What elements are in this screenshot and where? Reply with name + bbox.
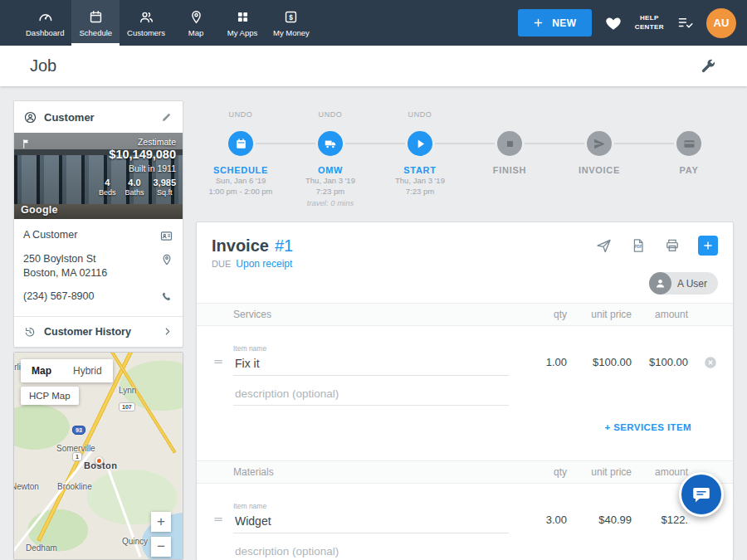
nav-label: Dashboard [26,28,64,37]
assigned-user-chip[interactable]: A User [649,272,718,295]
service-line-item: Item name 1.00 $100.00 $100.00 [197,326,733,376]
timeline-step-finish: FINISH [465,110,554,208]
step-label: INVOICE [579,165,620,175]
hybrid-button[interactable]: Hybrid [62,359,113,382]
zestimate-label: Zestimate [99,137,176,147]
chat-bubble-button[interactable] [679,472,724,517]
customer-card-header: Customer [14,101,183,133]
edit-pencil-icon[interactable] [160,110,173,124]
page-title: Job [30,56,56,75]
item-name-field: Item name [233,344,509,376]
nav-item-my-apps[interactable]: My Apps [219,0,266,46]
apps-grid-icon [235,9,251,25]
drag-handle-icon[interactable] [212,513,233,533]
due-terms-link[interactable]: Upon receipt [236,258,292,270]
step-label: START [403,165,436,175]
drag-handle-icon[interactable] [212,355,233,376]
timeline-step-schedule: UNDO SCHEDULE Sun, Jan 6 '19 1:00 pm - 2… [196,110,286,208]
item-name-label: Item name [233,344,509,353]
material-amount-value: $122. [632,514,688,533]
zoom-in-button[interactable]: + [151,512,171,532]
add-services-item-link[interactable]: + SERVICES ITEM [604,422,691,432]
user-person-icon [649,272,671,295]
item-name-label: Item name [233,502,509,510]
job-tools-icon[interactable] [699,57,717,75]
customer-card: Customer Zestimate $10,149,080 Built in … [13,100,183,348]
undo-link[interactable]: UNDO [408,110,432,124]
service-unit-price-value[interactable]: $100.00 [567,356,632,376]
finish-step-stop-icon[interactable] [495,129,525,158]
nav-item-customers[interactable]: Customers [120,0,173,46]
route-shield-1: 1 [72,452,82,461]
material-unit-price-value[interactable]: $40.99 [567,514,632,533]
undo-link[interactable]: UNDO [319,110,343,124]
help-center-link[interactable]: HELP CENTER [635,14,664,32]
zestimate-value: $10,149,080 [99,148,176,161]
remove-item-icon[interactable] [703,355,718,376]
address-line2: Boston, MA 02116 [23,267,107,279]
chat-icon [691,484,712,505]
customer-contact-block: A Customer 250 Boylston StBoston, MA 021… [14,219,183,316]
money-icon: $ [283,9,299,25]
customer-history-row[interactable]: Customer History [14,316,183,347]
service-description-input[interactable] [233,387,509,406]
new-button[interactable]: NEW [518,9,592,37]
invoice-card: Invoice #1 PDF DUE Upon receipt A User S… [196,222,734,560]
customers-icon [139,9,154,25]
user-avatar[interactable]: AU [706,8,736,38]
dashboard-icon [37,9,53,25]
schedule-icon [88,9,104,25]
phone-icon[interactable] [160,290,173,304]
heart-icon[interactable] [604,14,622,32]
timeline-step-start: UNDO START Thu, Jan 3 '19 7:23 pm [375,110,465,208]
pay-step-card-icon[interactable] [674,129,704,158]
invoice-step-send-icon[interactable] [584,129,614,158]
invoice-add-button[interactable] [698,236,718,256]
invoice-title: Invoice [212,236,269,256]
nav-item-schedule[interactable]: Schedule [71,0,120,46]
invoice-actions: PDF [595,236,718,256]
location-pin-icon[interactable] [160,253,173,266]
city-label: Brookline [57,482,92,491]
service-qty-value[interactable]: 1.00 [509,356,567,376]
map-type-buttons: Map Hybrid [21,359,113,382]
nav-label: My Apps [227,28,257,37]
contact-card-icon[interactable] [159,229,173,243]
map-button[interactable]: Map [21,359,62,382]
hcp-map-button[interactable]: HCP Map [21,387,79,405]
nav-item-my-money[interactable]: $ My Money [266,0,317,46]
nav-item-dashboard[interactable]: Dashboard [18,0,71,46]
undo-link[interactable]: UNDO [229,110,253,124]
property-stats: 4Beds 4.0Baths 3,985Sq.ft [99,178,176,197]
service-item-name-input[interactable] [233,357,509,376]
material-description-input[interactable] [233,545,509,560]
city-label: Quincy [122,537,148,546]
invoice-header: Invoice #1 PDF DUE Upon receipt A User [197,222,733,270]
material-item-name-input[interactable] [233,514,509,533]
nav-item-map[interactable]: Map [173,0,219,46]
services-title: Services [233,309,509,320]
property-photo: Zestimate $10,149,080 Built in 1911 4Bed… [14,133,183,219]
material-qty-value[interactable]: 3.00 [509,514,567,533]
pdf-icon[interactable]: PDF [630,237,647,254]
nav-label: Map [188,28,203,37]
invoice-due: DUE Upon receipt [212,258,718,270]
google-watermark: Google [21,204,58,216]
send-invoice-icon[interactable] [595,237,613,255]
omw-step-truck-icon[interactable] [315,129,345,158]
materials-section-header: Materials qty unit price amount [197,460,733,484]
zoom-out-button[interactable]: − [151,537,171,557]
job-header-bar: Job [0,46,747,86]
materials-title: Materials [233,466,509,478]
chevron-right-icon [161,325,173,338]
step-label: SCHEDULE [213,165,268,175]
job-location-marker[interactable] [95,457,103,465]
timeline-step-pay: PAY [644,110,734,208]
start-step-play-icon[interactable] [405,129,435,158]
print-icon[interactable] [664,237,681,254]
svg-text:$: $ [290,12,294,21]
schedule-step-calendar-icon[interactable] [226,129,256,158]
nav-right-cluster: NEW HELP CENTER AU [518,0,747,46]
customer-history-label: Customer History [44,326,154,338]
task-list-icon[interactable] [676,14,694,32]
